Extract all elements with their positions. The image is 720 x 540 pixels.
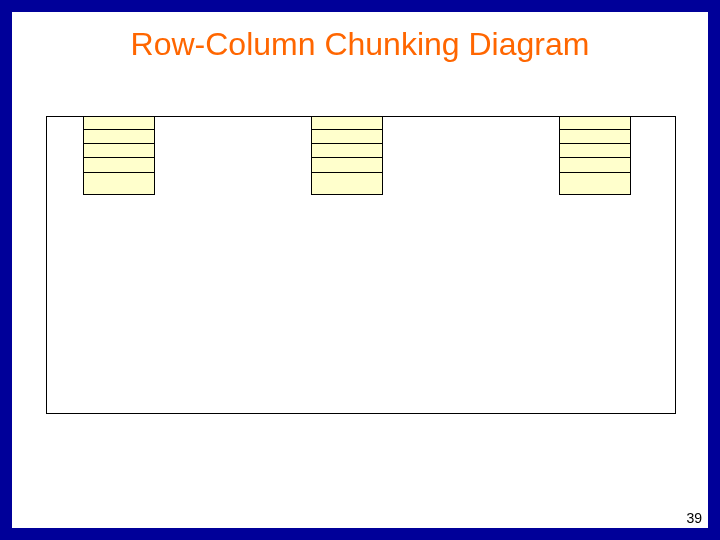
- page-number: 39: [686, 510, 702, 526]
- cell: [559, 116, 631, 130]
- cell: [559, 144, 631, 158]
- cell: [311, 173, 383, 195]
- cell: [559, 130, 631, 144]
- diagram-frame: [46, 116, 676, 414]
- cell: [311, 130, 383, 144]
- slide-frame: Row-Column Chunking Diagram 39: [0, 0, 720, 540]
- cell: [83, 116, 155, 130]
- cell: [311, 158, 383, 173]
- slide-title: Row-Column Chunking Diagram: [12, 26, 708, 63]
- column-stack: [559, 116, 631, 195]
- column-stack: [83, 116, 155, 195]
- cell: [311, 144, 383, 158]
- cell: [559, 173, 631, 195]
- column-stack: [311, 116, 383, 195]
- cell: [83, 158, 155, 173]
- cell: [559, 158, 631, 173]
- cell: [83, 173, 155, 195]
- cell: [311, 116, 383, 130]
- cell: [83, 144, 155, 158]
- cell: [83, 130, 155, 144]
